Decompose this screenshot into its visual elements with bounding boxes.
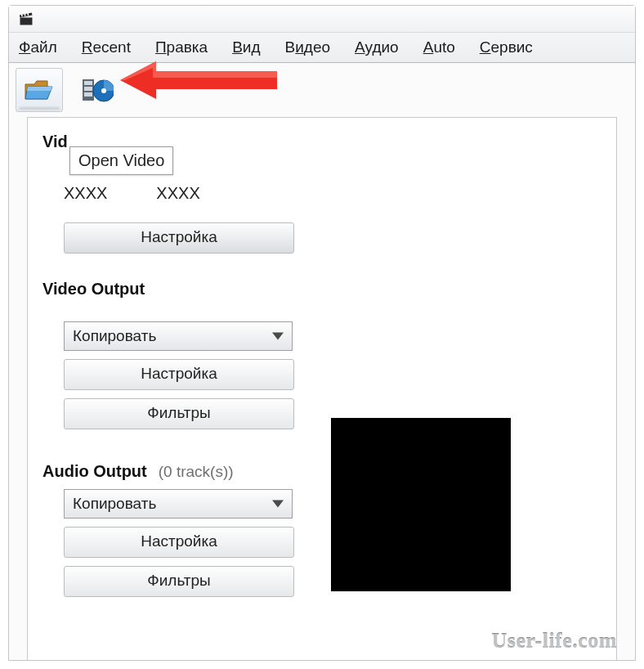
- video-output-settings-button[interactable]: Настройка: [64, 359, 294, 390]
- menu-edit[interactable]: Правка: [155, 38, 208, 56]
- svg-rect-7: [84, 87, 92, 91]
- annotation-arrow: [120, 60, 277, 101]
- toolbar: [9, 63, 635, 114]
- menu-recent[interactable]: Recent: [82, 38, 131, 56]
- svg-point-11: [101, 88, 106, 93]
- audio-output-label: Audio Output: [42, 462, 147, 481]
- folder-open-icon: [23, 76, 56, 104]
- video-output-codec-select[interactable]: Копировать: [64, 321, 293, 351]
- open-video-button[interactable]: [16, 68, 63, 112]
- chevron-down-icon: [272, 501, 284, 508]
- menu-audio[interactable]: Аудио: [355, 38, 399, 56]
- svg-rect-8: [84, 92, 92, 97]
- menu-video[interactable]: Видео: [285, 38, 331, 56]
- titlebar: [9, 6, 635, 33]
- audio-output-filters-button[interactable]: Фильтры: [64, 566, 294, 597]
- menu-view[interactable]: Вид: [232, 38, 260, 56]
- svg-marker-13: [120, 61, 277, 80]
- menubar: Файлdocument.currentScript.previousEleme…: [9, 33, 635, 63]
- svg-marker-12: [120, 61, 277, 99]
- audio-track-count: (0 track(s)): [159, 463, 234, 481]
- video-settings-button[interactable]: Настройка: [64, 222, 294, 254]
- audio-output-codec-select[interactable]: Копировать: [64, 489, 293, 519]
- video-codec-1: XXXX: [64, 184, 107, 203]
- content-panel: Vid XXXX XXXX Настройка Video Output Коп…: [27, 117, 617, 660]
- video-codec-2: XXXX: [156, 184, 199, 203]
- menu-file[interactable]: Файлdocument.currentScript.previousEleme…: [19, 38, 57, 56]
- audio-output-codec-value: Копировать: [73, 495, 156, 512]
- menu-auto[interactable]: Auto: [423, 38, 455, 56]
- section-audio-output-title: Audio Output (0 track(s)): [42, 462, 602, 481]
- audio-output-settings-button[interactable]: Настройка: [64, 527, 294, 558]
- video-output-filters-button[interactable]: Фильтры: [64, 398, 294, 429]
- open-video-tooltip: Open Video: [69, 146, 173, 175]
- app-clapperboard-icon: [19, 11, 34, 26]
- app-window: Файлdocument.currentScript.previousEleme…: [8, 5, 636, 661]
- section-video-output-title: Video Output: [42, 280, 602, 299]
- menu-service[interactable]: Сервис: [480, 38, 533, 56]
- video-output-codec-value: Копировать: [73, 327, 156, 344]
- svg-rect-6: [84, 81, 92, 85]
- chevron-down-icon: [272, 333, 284, 340]
- video-preview-pane: [331, 418, 511, 591]
- toolbar-button-2[interactable]: [74, 68, 121, 112]
- svg-rect-0: [20, 18, 33, 25]
- film-disc-icon: [81, 76, 114, 104]
- video-format-row: XXXX XXXX: [64, 184, 602, 203]
